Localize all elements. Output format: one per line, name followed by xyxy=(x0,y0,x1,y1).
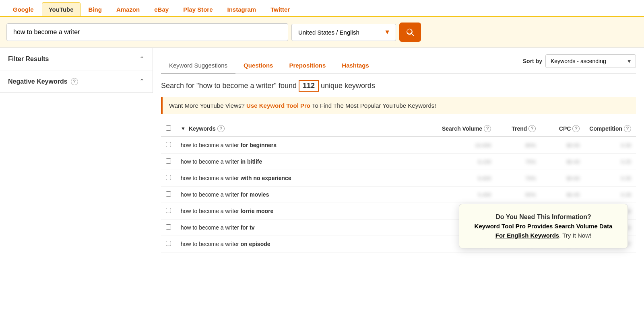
sidebar: Filter Results ⌃ Negative Keywords ? ⌃ xyxy=(0,48,153,93)
row-checkbox-cell[interactable] xyxy=(161,170,176,187)
sort-label: Sort by xyxy=(523,58,542,64)
row-keyword: how to become a writer on episode xyxy=(176,236,437,252)
keyword-suffix: for movies xyxy=(241,191,269,198)
search-icon xyxy=(406,28,415,37)
promo-text-after: To Find The Most Popular YouTube Keyword… xyxy=(310,102,436,109)
row-trend: 65% xyxy=(496,187,541,203)
th-cpc[interactable]: CPC ? xyxy=(541,121,584,137)
competition-help-icon[interactable]: ? xyxy=(624,125,631,132)
filter-results-chevron-icon: ⌃ xyxy=(139,55,144,63)
sort-select-wrapper: Keywords - ascending Keywords - descendi… xyxy=(545,54,636,68)
row-checkbox[interactable] xyxy=(166,142,171,147)
keyword-suffix: for tv xyxy=(241,224,255,231)
search-button[interactable] xyxy=(399,23,421,42)
tab-questions[interactable]: Questions xyxy=(235,58,281,74)
keyword-prefix: how to become a writer xyxy=(181,158,241,165)
promo-link[interactable]: Use Keyword Tool Pro xyxy=(246,102,310,109)
results-summary: Search for "how to become a writer" foun… xyxy=(161,80,636,92)
th-competition-label: Competition xyxy=(589,125,622,132)
keyword-prefix: how to become a writer xyxy=(181,208,241,214)
th-sv-label: Search Volume xyxy=(442,125,482,132)
search-input[interactable] xyxy=(6,23,288,41)
tab-keyword-suggestions[interactable]: Keyword Suggestions xyxy=(161,58,235,74)
table-header-row: ▼ Keywords ? Search Volume ? xyxy=(161,121,636,137)
row-trend: 70% xyxy=(496,170,541,187)
tab-playstore[interactable]: Play Store xyxy=(177,3,219,16)
tab-amazon[interactable]: Amazon xyxy=(110,3,146,16)
locale-selector: United States / English ▼ xyxy=(291,24,396,41)
row-checkbox-cell[interactable] xyxy=(161,203,176,219)
keyword-suffix: on episode xyxy=(241,241,270,247)
row-checkbox[interactable] xyxy=(166,224,171,230)
row-search-volume: 10,000 xyxy=(437,137,496,154)
row-search-volume: 5,400 xyxy=(437,187,496,203)
filter-results-section[interactable]: Filter Results ⌃ xyxy=(0,48,153,70)
row-competition: 0.25 xyxy=(584,154,636,170)
keywords-table-wrapper: ▼ Keywords ? Search Volume ? xyxy=(161,121,636,252)
search-area: United States / English ▼ xyxy=(0,17,644,48)
tab-instagram[interactable]: Instagram xyxy=(221,3,263,16)
tab-youtube[interactable]: YouTube xyxy=(42,2,80,16)
negative-keywords-chevron-icon: ⌃ xyxy=(139,78,144,85)
trend-help-icon[interactable]: ? xyxy=(528,125,536,132)
results-prefix: Search for "how to become a writer" foun… xyxy=(161,82,297,90)
row-competition: 0.28 xyxy=(584,187,636,203)
row-keyword: how to become a writer in bitlife xyxy=(176,154,437,170)
tooltip-popup: Do You Need This Information? Keyword To… xyxy=(459,204,628,248)
row-checkbox[interactable] xyxy=(166,241,171,246)
th-keywords-label: Keywords xyxy=(189,125,216,132)
row-keyword: how to become a writer for beginners xyxy=(176,137,437,154)
row-checkbox[interactable] xyxy=(166,208,171,213)
row-checkbox-cell[interactable] xyxy=(161,187,176,203)
row-search-volume: 6,600 xyxy=(437,170,496,187)
promo-text-before: Want More YouTube Views? xyxy=(169,102,246,109)
row-search-volume: 8,100 xyxy=(437,154,496,170)
content-tabs: Keyword Suggestions Questions Prepositio… xyxy=(161,58,523,73)
row-cpc: $0.60 xyxy=(541,170,584,187)
negative-keywords-help-icon[interactable]: ? xyxy=(71,78,78,85)
cpc-help-icon[interactable]: ? xyxy=(572,125,580,132)
keyword-prefix: how to become a writer xyxy=(181,142,241,148)
tab-google[interactable]: Google xyxy=(6,3,40,16)
tab-bing[interactable]: Bing xyxy=(82,3,108,16)
row-checkbox-cell[interactable] xyxy=(161,137,176,154)
keyword-suffix: in bitlife xyxy=(241,158,262,165)
th-competition[interactable]: Competition ? xyxy=(584,121,636,137)
tab-ebay[interactable]: eBay xyxy=(148,3,175,16)
sort-select[interactable]: Keywords - ascending Keywords - descendi… xyxy=(545,54,636,68)
tooltip-suffix: . Try It Now! xyxy=(559,232,591,239)
tooltip-heading: Do You Need This Information? xyxy=(495,213,591,220)
row-checkbox[interactable] xyxy=(166,158,171,164)
select-all-checkbox[interactable] xyxy=(166,125,171,131)
sort-down-icon: ▼ xyxy=(181,126,186,131)
tooltip-link[interactable]: Keyword Tool Pro Provides Search Volume … xyxy=(475,223,613,239)
keyword-suffix: with no experience xyxy=(241,175,291,181)
table-row: how to become a writer for movies 5,400 … xyxy=(161,187,636,203)
th-trend[interactable]: Trend ? xyxy=(496,121,541,137)
row-checkbox-cell[interactable] xyxy=(161,236,176,252)
th-search-volume[interactable]: Search Volume ? xyxy=(437,121,496,137)
row-checkbox[interactable] xyxy=(166,191,171,197)
locale-select[interactable]: United States / English xyxy=(291,24,396,41)
negative-keywords-label: Negative Keywords ? xyxy=(8,78,78,85)
row-checkbox[interactable] xyxy=(166,175,171,180)
th-cpc-label: CPC xyxy=(559,125,571,132)
row-cpc: $0.40 xyxy=(541,154,584,170)
sv-help-icon[interactable]: ? xyxy=(484,125,491,132)
table-row: how to become a writer in bitlife 8,100 … xyxy=(161,154,636,170)
filter-results-label: Filter Results xyxy=(8,55,49,63)
keywords-help-icon[interactable]: ? xyxy=(217,125,225,132)
results-count: 112 xyxy=(299,80,319,92)
th-keywords[interactable]: ▼ Keywords ? xyxy=(176,121,437,137)
row-cpc: $0.50 xyxy=(541,137,584,154)
row-keyword: how to become a writer for tv xyxy=(176,219,437,236)
row-checkbox-cell[interactable] xyxy=(161,219,176,236)
tab-twitter[interactable]: Twitter xyxy=(264,3,296,16)
tab-hashtags[interactable]: Hashtags xyxy=(334,58,377,74)
results-suffix: unique keywords xyxy=(321,82,375,90)
tab-prepositions[interactable]: Prepositions xyxy=(281,58,334,74)
content-area: Keyword Suggestions Questions Prepositio… xyxy=(153,48,644,259)
row-checkbox-cell[interactable] xyxy=(161,154,176,170)
th-select-all[interactable] xyxy=(161,121,176,137)
negative-keywords-section[interactable]: Negative Keywords ? ⌃ xyxy=(0,70,153,93)
